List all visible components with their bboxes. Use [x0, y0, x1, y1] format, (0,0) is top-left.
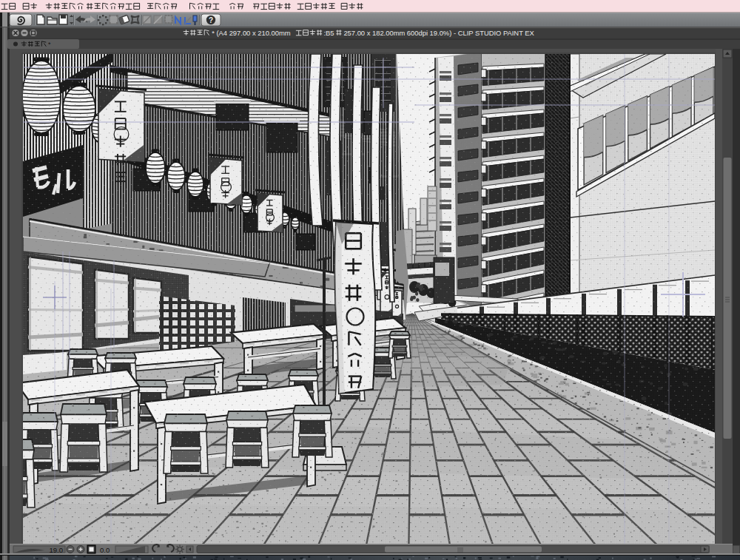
svg-text:0.0: 0.0 [100, 546, 110, 554]
svg-text:* (A4 297.00 x 210.00mm: * (A4 297.00 x 210.00mm [212, 29, 291, 37]
svg-text:?: ? [209, 16, 213, 24]
svg-text:19.0: 19.0 [50, 546, 64, 554]
svg-text:*: * [48, 41, 51, 48]
svg-text:257.00 x 182.00mm 600dpi 19.0%: 257.00 x 182.00mm 600dpi 19.0%) - CLIP S… [343, 29, 534, 37]
svg-text::B5: :B5 [323, 29, 334, 37]
